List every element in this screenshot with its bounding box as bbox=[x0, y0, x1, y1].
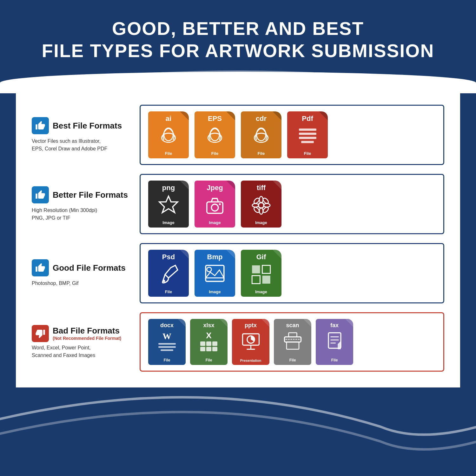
better-row: Better File Formats High Resolution (Min… bbox=[32, 174, 444, 234]
good-label-section: Good File Formats Photoshop, BMP, Gif bbox=[32, 259, 130, 287]
good-title: Good File Formats bbox=[53, 263, 126, 273]
best-row: Best File Formats Vector Files such as I… bbox=[32, 105, 444, 165]
svg-rect-25 bbox=[262, 276, 270, 284]
good-files-container: Psd File Bmp bbox=[140, 243, 444, 303]
scan-ext: scan bbox=[286, 322, 299, 329]
svg-rect-22 bbox=[252, 265, 260, 273]
better-files-container: png Image Jpeg bbox=[140, 174, 444, 234]
good-desc: Photoshop, BMP, Gif bbox=[32, 280, 130, 287]
svg-rect-24 bbox=[252, 276, 260, 284]
file-png: png Image bbox=[148, 181, 189, 228]
ai-ext: ai bbox=[166, 115, 171, 123]
png-label: Image bbox=[162, 220, 175, 225]
svg-point-11 bbox=[259, 196, 263, 203]
bottom-area bbox=[0, 387, 476, 476]
tiff-label: Image bbox=[255, 220, 267, 225]
bad-title: Bad File Formats bbox=[53, 326, 121, 336]
svg-point-5 bbox=[257, 128, 266, 141]
bmp-ext: Bmp bbox=[207, 253, 223, 261]
bad-row: Bad File Formats (Not Recommended File F… bbox=[32, 312, 444, 372]
best-thumb-icon bbox=[32, 117, 49, 134]
gif-label: Image bbox=[255, 289, 267, 294]
file-gif: Gif Image bbox=[241, 250, 281, 297]
file-scan: scan File bbox=[274, 319, 311, 365]
svg-point-19 bbox=[163, 280, 165, 282]
svg-point-21 bbox=[207, 267, 211, 272]
pdf-label: File bbox=[304, 151, 311, 156]
docx-ext: docx bbox=[160, 322, 174, 329]
bad-desc: Word, Excel, Power Point,Scanned and Fax… bbox=[32, 344, 130, 359]
svg-point-1 bbox=[164, 128, 173, 141]
file-jpeg: Jpeg Image bbox=[195, 181, 235, 228]
eps-label: File bbox=[211, 151, 218, 156]
bad-label-section: Bad File Formats (Not Recommended File F… bbox=[32, 325, 130, 359]
bad-subtitle: (Not Recommended File Format) bbox=[53, 336, 121, 341]
content-area: Best File Formats Vector Files such as I… bbox=[16, 92, 460, 387]
better-desc: High Resolution (Min 300dpi)PNG, JPG or … bbox=[32, 207, 130, 222]
file-ai: ai File bbox=[148, 111, 189, 158]
main-container: GOOD, BETTER AND BEST FILE TYPES FOR ART… bbox=[0, 0, 476, 476]
file-cdr: cdr File bbox=[241, 111, 281, 158]
xlsx-label: File bbox=[206, 358, 212, 362]
scan-label: File bbox=[289, 358, 296, 362]
fax-ext: fax bbox=[330, 322, 339, 329]
file-pptx: pptx Presentation bbox=[232, 319, 269, 365]
file-tiff: tiff Image bbox=[241, 181, 281, 228]
good-thumb-icon bbox=[32, 259, 49, 276]
svg-point-3 bbox=[210, 128, 220, 141]
svg-point-14 bbox=[264, 203, 270, 207]
svg-point-12 bbox=[259, 208, 263, 214]
tiff-ext: tiff bbox=[257, 184, 266, 192]
cdr-label: File bbox=[258, 151, 265, 156]
file-fax: fax File bbox=[316, 319, 353, 365]
better-thumb-icon bbox=[32, 186, 49, 203]
better-label-section: Better File Formats High Resolution (Min… bbox=[32, 186, 130, 222]
file-psd: Psd File bbox=[148, 250, 189, 297]
pdf-ext: Pdf bbox=[302, 115, 313, 123]
file-docx: docx W File bbox=[148, 319, 186, 365]
better-title: Better File Formats bbox=[53, 190, 128, 200]
header-section: GOOD, BETTER AND BEST FILE TYPES FOR ART… bbox=[0, 0, 476, 93]
best-desc: Vector Files such as Illustrator,EPS, Co… bbox=[32, 137, 130, 153]
best-files-container: ai File EPS bbox=[140, 105, 444, 165]
svg-point-13 bbox=[252, 203, 259, 207]
jpeg-ext: Jpeg bbox=[207, 184, 223, 192]
xlsx-ext: xlsx bbox=[203, 322, 214, 329]
svg-point-8 bbox=[211, 204, 218, 211]
svg-rect-23 bbox=[262, 265, 270, 273]
cdr-ext: cdr bbox=[256, 115, 267, 123]
pptx-ext: pptx bbox=[245, 322, 257, 329]
bmp-label: Image bbox=[209, 289, 221, 294]
png-ext: png bbox=[162, 184, 175, 192]
file-bmp: Bmp Image bbox=[195, 250, 235, 297]
best-title: Best File Formats bbox=[53, 121, 122, 131]
file-eps: EPS File bbox=[195, 111, 235, 158]
svg-point-9 bbox=[219, 203, 221, 205]
file-pdf: Pdf File bbox=[287, 111, 328, 158]
psd-label: File bbox=[165, 289, 172, 294]
bad-thumb-icon bbox=[32, 325, 49, 342]
svg-point-10 bbox=[258, 203, 264, 208]
bad-files-container: docx W File xlsx bbox=[140, 312, 444, 372]
docx-label: File bbox=[164, 358, 170, 362]
svg-rect-32 bbox=[287, 342, 299, 349]
gif-ext: Gif bbox=[256, 253, 266, 261]
svg-rect-33 bbox=[288, 333, 297, 337]
jpeg-label: Image bbox=[209, 220, 221, 225]
best-label-section: Best File Formats Vector Files such as I… bbox=[32, 117, 130, 153]
eps-ext: EPS bbox=[208, 115, 222, 123]
file-xlsx: xlsx X File bbox=[190, 319, 228, 365]
svg-marker-6 bbox=[159, 196, 178, 213]
ai-label: File bbox=[165, 151, 172, 156]
page-title: GOOD, BETTER AND BEST FILE TYPES FOR ART… bbox=[19, 17, 457, 62]
psd-ext: Psd bbox=[162, 253, 175, 261]
good-row: Good File Formats Photoshop, BMP, Gif Ps… bbox=[32, 243, 444, 303]
fax-label: File bbox=[331, 358, 338, 362]
pptx-label: Presentation bbox=[240, 359, 261, 362]
